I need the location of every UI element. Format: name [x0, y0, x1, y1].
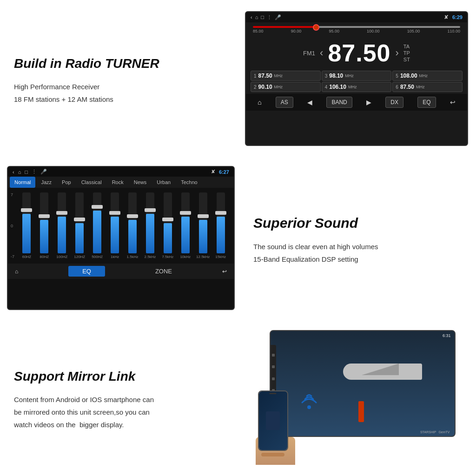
- brand-labels: STARSHIP GemTV: [420, 430, 450, 434]
- radio-display: ‹ ⌂ □ ⋮ 🎤 ✘ 6:29 85.00 90.00: [245, 11, 468, 146]
- eq-display: ‹ ⌂ □ ⋮ 🎤 ✘ 6:27 Normal Jazz Pop Classic…: [7, 166, 235, 310]
- band-track-9[interactable]: [164, 192, 172, 253]
- phone-in-hand: [256, 437, 295, 465]
- eq-mode-normal[interactable]: Normal: [10, 177, 35, 188]
- band-track-7[interactable]: [128, 192, 137, 253]
- sound-text-section: Superior Sound The sound is clear even a…: [239, 157, 476, 319]
- band-track-5[interactable]: [93, 192, 101, 253]
- prev-button[interactable]: ◀: [307, 99, 312, 106]
- bluetooth-icon: ✘: [444, 14, 449, 20]
- eq-mic-icon: 🎤: [40, 169, 47, 175]
- side-btn-1[interactable]: [272, 354, 275, 357]
- eq-band-120hz: 120HZ: [72, 192, 87, 259]
- home-icon[interactable]: ⌂: [255, 14, 258, 20]
- zone-label[interactable]: ZONE: [155, 268, 172, 275]
- band-track-8[interactable]: [146, 192, 154, 253]
- band-track-12[interactable]: [217, 192, 225, 253]
- eq-home-icon[interactable]: ⌂: [18, 169, 21, 175]
- ta-tp-st-labels: TA TP ST: [403, 44, 410, 62]
- radio-title: Build in Radio TURNER: [14, 56, 230, 71]
- mirror-desc-2: be mirrored onto this unit screen,so you…: [14, 406, 230, 418]
- eq-bands-area: 60HZ 80HZ 100HZ: [15, 190, 232, 262]
- preset-5[interactable]: 5 108.00 MHz: [392, 71, 463, 81]
- eq-band-15khz: 15kHz: [213, 192, 228, 259]
- fm-label: FM1: [303, 50, 315, 57]
- back-ctrl-icon[interactable]: ↩: [450, 99, 456, 106]
- radio-home-button[interactable]: ⌂: [258, 99, 261, 106]
- preset-6[interactable]: 6 87.50 MHz: [392, 82, 463, 92]
- eq-status-icons: ‹ ⌂ □ ⋮ 🎤: [13, 169, 47, 175]
- band-track-1[interactable]: [22, 192, 31, 253]
- eq-mode-urban[interactable]: Urban: [152, 177, 175, 188]
- preset-3[interactable]: 3 98.10 MHz: [322, 71, 392, 81]
- eq-side-labels: 7 0 -7: [10, 190, 15, 262]
- radio-feature-2: 18 FM stations + 12 AM stations: [14, 93, 230, 106]
- dx-button[interactable]: DX: [385, 97, 403, 108]
- band-track-4[interactable]: [75, 192, 84, 253]
- eq-mode-pop[interactable]: Pop: [57, 177, 76, 188]
- eq-modes-bar: Normal Jazz Pop Classical Rock News Urba…: [8, 177, 234, 188]
- band-button[interactable]: BAND: [326, 97, 352, 108]
- wifi-streaming-icon: [298, 391, 321, 411]
- sound-feature-1: The sound is clear even at high volumes: [253, 240, 467, 253]
- mic-icon: 🎤: [275, 14, 281, 20]
- eq-mode-classical[interactable]: Classical: [77, 177, 106, 188]
- car-head-unit: 6:31 STARSHIP GemTV: [270, 330, 456, 437]
- preset-1[interactable]: 1 87.50 MHz: [251, 71, 321, 81]
- side-btn-3[interactable]: [272, 377, 275, 380]
- eq-band-500hz: 500HZ: [90, 192, 105, 259]
- eq-band-12p5khz: 12.5kHz: [195, 192, 211, 259]
- plane-wing-shape: [362, 364, 399, 375]
- eq-time: 6:27: [219, 169, 229, 175]
- band-track-10[interactable]: [181, 192, 190, 253]
- menu-icon[interactable]: ⋮: [267, 14, 272, 20]
- eq-menu-icon[interactable]: ⋮: [32, 169, 37, 175]
- eq-mode-news[interactable]: News: [129, 177, 152, 188]
- freq-left-arrow[interactable]: ‹: [320, 47, 323, 59]
- mirror-desc-3: watch videos on the bigger display.: [14, 418, 230, 431]
- eq-tab-button[interactable]: EQ: [68, 266, 105, 277]
- eq-status-bar: ‹ ⌂ □ ⋮ 🎤 ✘ 6:27: [8, 167, 234, 177]
- eq-mode-techno[interactable]: Techno: [176, 177, 202, 188]
- band-track-3[interactable]: [58, 192, 66, 253]
- back-icon[interactable]: ‹: [251, 14, 252, 20]
- band-track-11[interactable]: [199, 192, 207, 253]
- airplane-shape: [343, 359, 436, 387]
- preset-2[interactable]: 2 90.10 MHz: [251, 82, 321, 92]
- side-btn-2[interactable]: [272, 365, 275, 368]
- phone-notch: [270, 393, 277, 394]
- radio-feature-1: High Performance Receiver: [14, 80, 230, 93]
- window-icon[interactable]: □: [261, 14, 264, 20]
- band-track-6[interactable]: [111, 192, 119, 253]
- radio-status-bar: ‹ ⌂ □ ⋮ 🎤 ✘ 6:29: [246, 12, 467, 22]
- frequency-value: 87.50: [328, 39, 390, 67]
- eq-bands-container: 7 0 -7 60HZ: [8, 188, 234, 264]
- radio-controls-bar: ⌂ AS ◀ BAND ▶ DX EQ ↩: [246, 94, 467, 111]
- eq-bluetooth-icon: ✘: [211, 169, 215, 175]
- eq-back-icon[interactable]: ‹: [13, 169, 14, 175]
- brand-starship: STARSHIP: [420, 430, 436, 434]
- mirror-title: Support Mirror Link: [14, 369, 230, 384]
- status-icons: ‹ ⌂ □ ⋮ 🎤: [251, 14, 281, 20]
- sound-title: Superior Sound: [253, 215, 467, 231]
- mirror-desc-1: Content from Android or IOS smartphone c…: [14, 393, 230, 406]
- slider-labels: 85.00 90.00 95.00 100.00 105.00 110.00: [253, 29, 460, 33]
- eq-home-button[interactable]: ⌂: [15, 268, 18, 275]
- mirror-screen-section: 6:31 STARSHIP GemTV: [239, 319, 476, 476]
- next-button[interactable]: ▶: [366, 99, 371, 106]
- eq-screen-section: ‹ ⌂ □ ⋮ 🎤 ✘ 6:27 Normal Jazz Pop Classic…: [0, 157, 239, 319]
- status-right: ✘ 6:29: [444, 14, 463, 20]
- eq-window-icon[interactable]: □: [25, 169, 28, 175]
- eq-band-2p5khz: 2.5kHz: [142, 192, 158, 259]
- eq-mode-jazz[interactable]: Jazz: [36, 177, 56, 188]
- eq-button[interactable]: EQ: [417, 97, 436, 108]
- wifi-svg: [298, 391, 321, 410]
- brand-gemtv: GemTV: [438, 430, 450, 434]
- as-button[interactable]: AS: [276, 97, 293, 108]
- eq-mode-rock[interactable]: Rock: [107, 177, 128, 188]
- sound-feature-2: 15-Band Equalization DSP setting: [253, 253, 467, 265]
- preset-4[interactable]: 4 106.10 MHz: [322, 82, 392, 92]
- band-track-2[interactable]: [40, 192, 48, 253]
- eq-back-button[interactable]: ↩: [222, 268, 227, 275]
- freq-right-arrow[interactable]: ›: [396, 47, 399, 59]
